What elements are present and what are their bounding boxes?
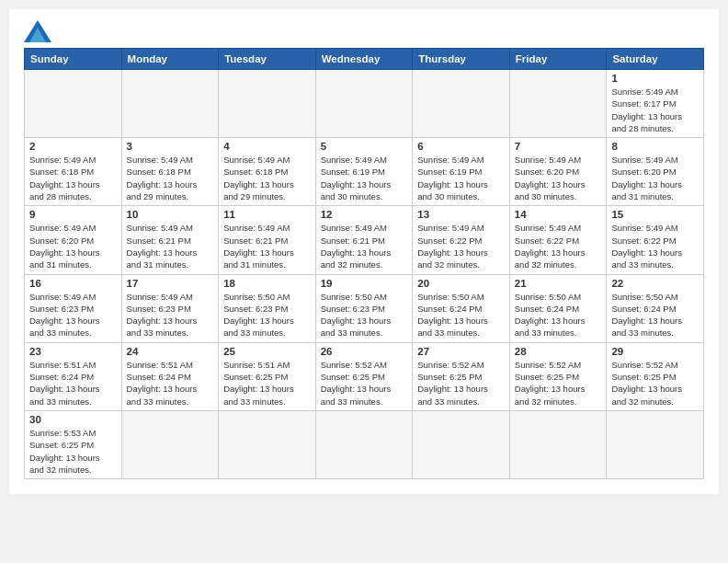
day-number: 26: [321, 346, 408, 357]
table-row: 2Sunrise: 5:49 AMSunset: 6:18 PMDaylight…: [25, 138, 122, 206]
table-row: [413, 410, 510, 478]
day-info: Sunrise: 5:49 AMSunset: 6:22 PMDaylight:…: [515, 222, 602, 270]
table-row: 10Sunrise: 5:49 AMSunset: 6:21 PMDayligh…: [121, 206, 219, 274]
day-info: Sunrise: 5:49 AMSunset: 6:19 PMDaylight:…: [417, 154, 505, 202]
table-row: [121, 410, 219, 478]
day-number: 22: [611, 278, 699, 289]
day-number: 18: [223, 278, 311, 289]
day-info: Sunrise: 5:49 AMSunset: 6:17 PMDaylight:…: [611, 86, 699, 134]
day-number: 11: [223, 209, 311, 220]
day-number: 7: [515, 141, 602, 152]
table-row: [121, 70, 219, 138]
day-number: 6: [417, 141, 505, 152]
day-number: 5: [321, 141, 408, 152]
day-info: Sunrise: 5:49 AMSunset: 6:23 PMDaylight:…: [127, 291, 214, 339]
calendar-week-row: 2Sunrise: 5:49 AMSunset: 6:18 PMDaylight…: [25, 138, 704, 206]
table-row: 22Sunrise: 5:50 AMSunset: 6:24 PMDayligh…: [607, 274, 704, 342]
table-row: [219, 410, 316, 478]
table-row: [607, 410, 704, 478]
day-number: 3: [127, 141, 214, 152]
calendar-table: Sunday Monday Tuesday Wednesday Thursday…: [24, 48, 704, 479]
col-thursday: Thursday: [413, 49, 510, 70]
calendar-week-row: 1Sunrise: 5:49 AMSunset: 6:17 PMDaylight…: [25, 70, 704, 138]
day-number: 23: [29, 346, 117, 357]
calendar-header-row: Sunday Monday Tuesday Wednesday Thursday…: [25, 49, 704, 70]
day-number: 15: [611, 209, 699, 220]
day-number: 13: [417, 209, 505, 220]
calendar-week-row: 9Sunrise: 5:49 AMSunset: 6:20 PMDaylight…: [25, 206, 704, 274]
day-info: Sunrise: 5:49 AMSunset: 6:18 PMDaylight:…: [223, 154, 311, 202]
day-number: 10: [127, 209, 214, 220]
table-row: [509, 410, 607, 478]
day-info: Sunrise: 5:49 AMSunset: 6:21 PMDaylight:…: [223, 222, 311, 270]
table-row: 20Sunrise: 5:50 AMSunset: 6:24 PMDayligh…: [413, 274, 510, 342]
table-row: 21Sunrise: 5:50 AMSunset: 6:24 PMDayligh…: [509, 274, 607, 342]
table-row: 3Sunrise: 5:49 AMSunset: 6:18 PMDaylight…: [121, 138, 219, 206]
day-info: Sunrise: 5:53 AMSunset: 6:25 PMDaylight:…: [29, 427, 117, 476]
day-number: 14: [515, 209, 602, 220]
day-info: Sunrise: 5:49 AMSunset: 6:21 PMDaylight:…: [127, 222, 214, 270]
table-row: 5Sunrise: 5:49 AMSunset: 6:19 PMDaylight…: [315, 138, 413, 206]
day-info: Sunrise: 5:49 AMSunset: 6:20 PMDaylight:…: [611, 154, 699, 202]
table-row: 8Sunrise: 5:49 AMSunset: 6:20 PMDaylight…: [607, 138, 704, 206]
logo-icon: [24, 20, 51, 42]
day-number: 24: [127, 346, 214, 357]
table-row: [315, 410, 413, 478]
calendar-week-row: 23Sunrise: 5:51 AMSunset: 6:24 PMDayligh…: [25, 342, 704, 410]
table-row: 4Sunrise: 5:49 AMSunset: 6:18 PMDaylight…: [219, 138, 316, 206]
day-number: 9: [29, 209, 117, 220]
day-info: Sunrise: 5:51 AMSunset: 6:24 PMDaylight:…: [127, 359, 214, 408]
day-number: 29: [611, 346, 699, 357]
day-number: 27: [417, 346, 505, 357]
day-number: 19: [321, 278, 408, 289]
col-tuesday: Tuesday: [219, 49, 316, 70]
col-saturday: Saturday: [607, 49, 704, 70]
day-number: 2: [29, 141, 117, 152]
col-monday: Monday: [121, 49, 219, 70]
table-row: 24Sunrise: 5:51 AMSunset: 6:24 PMDayligh…: [121, 342, 219, 410]
day-number: 20: [417, 278, 505, 289]
logo: [24, 20, 55, 42]
day-number: 12: [321, 209, 408, 220]
table-row: 14Sunrise: 5:49 AMSunset: 6:22 PMDayligh…: [509, 206, 607, 274]
table-row: 16Sunrise: 5:49 AMSunset: 6:23 PMDayligh…: [25, 274, 122, 342]
day-info: Sunrise: 5:51 AMSunset: 6:25 PMDaylight:…: [223, 359, 311, 408]
col-wednesday: Wednesday: [315, 49, 413, 70]
table-row: 11Sunrise: 5:49 AMSunset: 6:21 PMDayligh…: [219, 206, 316, 274]
calendar-week-row: 30Sunrise: 5:53 AMSunset: 6:25 PMDayligh…: [25, 410, 704, 478]
day-number: 8: [611, 141, 699, 152]
day-number: 30: [29, 414, 117, 425]
table-row: 12Sunrise: 5:49 AMSunset: 6:21 PMDayligh…: [315, 206, 413, 274]
day-number: 17: [127, 278, 214, 289]
table-row: 1Sunrise: 5:49 AMSunset: 6:17 PMDaylight…: [607, 70, 704, 138]
day-info: Sunrise: 5:49 AMSunset: 6:21 PMDaylight:…: [321, 222, 408, 270]
table-row: 27Sunrise: 5:52 AMSunset: 6:25 PMDayligh…: [413, 342, 510, 410]
day-info: Sunrise: 5:52 AMSunset: 6:25 PMDaylight:…: [417, 359, 505, 408]
day-number: 4: [223, 141, 311, 152]
day-info: Sunrise: 5:49 AMSunset: 6:20 PMDaylight:…: [29, 222, 117, 270]
day-info: Sunrise: 5:50 AMSunset: 6:24 PMDaylight:…: [417, 291, 505, 339]
day-info: Sunrise: 5:50 AMSunset: 6:23 PMDaylight:…: [223, 291, 311, 339]
table-row: 19Sunrise: 5:50 AMSunset: 6:23 PMDayligh…: [315, 274, 413, 342]
calendar-week-row: 16Sunrise: 5:49 AMSunset: 6:23 PMDayligh…: [25, 274, 704, 342]
col-sunday: Sunday: [25, 49, 122, 70]
calendar-container: Sunday Monday Tuesday Wednesday Thursday…: [9, 9, 719, 494]
table-row: 13Sunrise: 5:49 AMSunset: 6:22 PMDayligh…: [413, 206, 510, 274]
table-row: 9Sunrise: 5:49 AMSunset: 6:20 PMDaylight…: [25, 206, 122, 274]
day-info: Sunrise: 5:49 AMSunset: 6:18 PMDaylight:…: [29, 154, 117, 202]
table-row: 23Sunrise: 5:51 AMSunset: 6:24 PMDayligh…: [25, 342, 122, 410]
table-row: 15Sunrise: 5:49 AMSunset: 6:22 PMDayligh…: [607, 206, 704, 274]
day-info: Sunrise: 5:51 AMSunset: 6:24 PMDaylight:…: [29, 359, 117, 408]
day-info: Sunrise: 5:49 AMSunset: 6:19 PMDaylight:…: [321, 154, 408, 202]
header: [24, 20, 704, 42]
day-info: Sunrise: 5:52 AMSunset: 6:25 PMDaylight:…: [611, 359, 699, 408]
table-row: [315, 70, 413, 138]
day-info: Sunrise: 5:50 AMSunset: 6:23 PMDaylight:…: [321, 291, 408, 339]
table-row: 30Sunrise: 5:53 AMSunset: 6:25 PMDayligh…: [25, 410, 122, 478]
day-info: Sunrise: 5:49 AMSunset: 6:18 PMDaylight:…: [127, 154, 214, 202]
table-row: 25Sunrise: 5:51 AMSunset: 6:25 PMDayligh…: [219, 342, 316, 410]
table-row: 6Sunrise: 5:49 AMSunset: 6:19 PMDaylight…: [413, 138, 510, 206]
day-info: Sunrise: 5:49 AMSunset: 6:22 PMDaylight:…: [417, 222, 505, 270]
table-row: [413, 70, 510, 138]
day-number: 28: [515, 346, 602, 357]
